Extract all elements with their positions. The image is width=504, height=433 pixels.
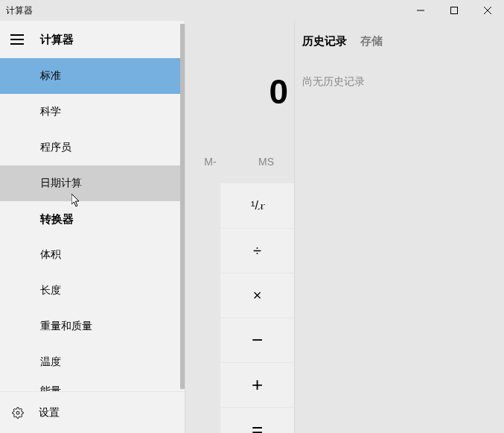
nav-item-date[interactable]: 日期计算 bbox=[0, 165, 185, 201]
minus-button[interactable]: − bbox=[220, 317, 294, 362]
nav-pane: 计算器 标准 科学 程序员 日期计算 转换器 体积 长度 重量和质量 温度 能量… bbox=[0, 21, 185, 433]
nav-item-length[interactable]: 长度 bbox=[0, 273, 185, 309]
tab-memory[interactable]: 存储 bbox=[360, 34, 383, 48]
window-title: 计算器 bbox=[0, 4, 33, 17]
nav-item-programmer[interactable]: 程序员 bbox=[0, 130, 185, 165]
divide-button[interactable]: ÷ bbox=[220, 228, 294, 273]
nav-item-volume[interactable]: 体积 bbox=[0, 237, 185, 273]
nav-section-converter: 转换器 bbox=[0, 201, 185, 237]
tab-history[interactable]: 历史记录 bbox=[302, 34, 347, 48]
equals-button[interactable]: = bbox=[220, 407, 294, 433]
svg-point-7 bbox=[16, 411, 19, 414]
nav-footer[interactable]: 设置 bbox=[0, 391, 185, 433]
nav-item-label: 科学 bbox=[40, 105, 61, 118]
minimize-button[interactable] bbox=[403, 0, 437, 21]
hamburger-icon[interactable] bbox=[0, 21, 34, 58]
nav-item-label: 能量 bbox=[40, 385, 61, 391]
display-value: 0 bbox=[269, 72, 288, 112]
nav-item-temperature[interactable]: 温度 bbox=[0, 344, 185, 380]
reciprocal-button[interactable]: ¹/𝑥 bbox=[220, 183, 294, 228]
nav-item-scientific[interactable]: 科学 bbox=[0, 94, 185, 130]
nav-item-label: 重量和质量 bbox=[40, 320, 92, 333]
title-bar: 计算器 bbox=[0, 0, 504, 21]
plus-button[interactable]: + bbox=[220, 362, 294, 407]
nav-item-energy[interactable]: 能量 bbox=[0, 380, 185, 391]
memory-minus-button[interactable]: M- bbox=[182, 140, 238, 183]
history-pane: 历史记录 存储 尚无历史记录 bbox=[294, 21, 504, 433]
svg-rect-1 bbox=[450, 7, 457, 14]
maximize-button[interactable] bbox=[437, 0, 470, 21]
nav-item-label: 长度 bbox=[40, 284, 61, 297]
memory-store-button[interactable]: MS bbox=[238, 140, 294, 183]
nav-item-label: 日期计算 bbox=[40, 177, 82, 190]
close-button[interactable] bbox=[470, 0, 504, 21]
multiply-button[interactable]: × bbox=[220, 273, 294, 317]
nav-item-label: 标准 bbox=[40, 69, 61, 83]
history-empty-text: 尚无历史记录 bbox=[295, 48, 504, 89]
gear-icon bbox=[10, 407, 25, 419]
nav-item-label: 程序员 bbox=[40, 141, 71, 154]
nav-item-label: 体积 bbox=[40, 248, 61, 262]
nav-section-calculator: 计算器 bbox=[34, 33, 74, 47]
operator-column: ¹/𝑥 ÷ × − + = bbox=[220, 183, 294, 433]
nav-item-label: 温度 bbox=[40, 355, 61, 369]
nav-settings-label: 设置 bbox=[39, 406, 60, 420]
memory-row: M- MS bbox=[182, 140, 294, 183]
nav-scrollbar[interactable] bbox=[180, 24, 185, 389]
nav-item-weight[interactable]: 重量和质量 bbox=[0, 309, 185, 344]
nav-item-standard[interactable]: 标准 bbox=[0, 58, 185, 94]
